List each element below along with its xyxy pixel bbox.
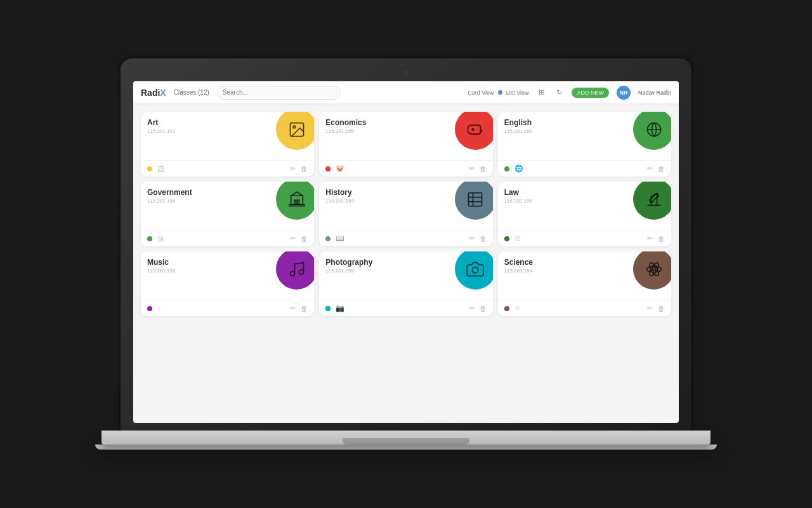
- card-view-dot[interactable]: [498, 90, 502, 95]
- card-footer-art: 🖼 ✏ 🗑: [141, 160, 314, 177]
- delete-button-government[interactable]: 🗑: [301, 235, 308, 243]
- card-text-history: History 115.281.193: [325, 188, 354, 204]
- footer-icon-history: 📖: [336, 234, 344, 243]
- card-blob-economics: [455, 112, 493, 150]
- card-subtitle-science: 115.281.194: [504, 268, 533, 274]
- card-government[interactable]: Government 115.281.198 🏛 ✏ 🗑: [141, 182, 314, 246]
- card-title-art: Art: [147, 118, 176, 127]
- screen: RadiX Classes (12) Card View List View ⊞…: [133, 81, 679, 423]
- card-text-english: English 115.281.188: [504, 118, 533, 134]
- card-economics[interactable]: Economics 115.281.195 🐷 ✏ 🗑: [319, 112, 492, 177]
- card-title-government: Government: [147, 188, 192, 197]
- user-name: Nadav Radin: [638, 90, 671, 96]
- card-top-government: Government 115.281.198: [141, 182, 314, 226]
- delete-button-science[interactable]: 🗑: [658, 305, 665, 312]
- classes-label: Classes (12): [174, 89, 209, 96]
- card-art[interactable]: Art 115.281.191 🖼 ✏ 🗑: [141, 112, 314, 177]
- laptop-bottom: [95, 444, 717, 450]
- card-title-music: Music: [147, 258, 176, 267]
- card-top-economics: Economics 115.281.195: [319, 112, 492, 156]
- card-law[interactable]: Law 115.281.196 ⚖ ✏ 🗑: [498, 182, 671, 246]
- card-blob-photography: [455, 251, 493, 290]
- card-footer-economics: 🐷 ✏ 🗑: [319, 160, 492, 177]
- delete-button-economics[interactable]: 🗑: [480, 165, 487, 173]
- edit-button-art[interactable]: ✏: [290, 164, 296, 173]
- card-blob-music: [276, 251, 314, 290]
- footer-dot-photography: [325, 306, 331, 311]
- card-history[interactable]: History 115.281.193 📖 ✏ 🗑: [319, 182, 492, 246]
- edit-button-science[interactable]: ✏: [647, 304, 653, 312]
- footer-dot-economics: [325, 166, 331, 171]
- delete-button-history[interactable]: 🗑: [480, 235, 487, 243]
- screen-bezel: RadiX Classes (12) Card View List View ⊞…: [121, 58, 691, 431]
- card-subtitle-government: 115.281.198: [147, 198, 192, 204]
- card-footer-photography: 📷 ✏ 🗑: [319, 300, 492, 316]
- card-title-economics: Economics: [325, 118, 366, 127]
- footer-icon-law: ⚖: [514, 234, 521, 243]
- card-english[interactable]: English 115.281.188 🌐 ✏ 🗑: [498, 112, 671, 177]
- edit-button-law[interactable]: ✏: [647, 234, 653, 243]
- laptop-wrapper: RadiX Classes (12) Card View List View ⊞…: [121, 58, 691, 450]
- card-text-music: Music 115.281.192: [147, 258, 176, 274]
- card-footer-english: 🌐 ✏ 🗑: [498, 160, 671, 177]
- footer-dot-art: [147, 166, 152, 171]
- camera-notch: [403, 71, 409, 76]
- svg-rect-8: [469, 192, 482, 206]
- svg-point-15: [472, 267, 478, 272]
- card-footer-government: 🏛 ✏ 🗑: [141, 230, 314, 246]
- footer-icon-economics: 🐷: [336, 164, 344, 173]
- card-subtitle-art: 115.281.191: [147, 128, 176, 134]
- edit-button-history[interactable]: ✏: [469, 234, 475, 243]
- card-footer-science: ⚛ ✏ 🗑: [498, 300, 671, 316]
- card-text-art: Art 115.281.191: [147, 118, 176, 134]
- card-footer-history: 📖 ✏ 🗑: [319, 230, 492, 246]
- edit-button-music[interactable]: ✏: [290, 304, 296, 312]
- card-blob-law: [633, 182, 671, 220]
- svg-point-17: [646, 266, 661, 272]
- card-top-art: Art 115.281.191: [141, 112, 314, 156]
- card-subtitle-economics: 115.281.195: [325, 128, 366, 134]
- avatar: NR: [617, 86, 631, 100]
- edit-button-economics[interactable]: ✏: [469, 164, 475, 173]
- edit-button-government[interactable]: ✏: [290, 234, 296, 243]
- card-subtitle-law: 115.281.196: [504, 198, 533, 204]
- delete-button-art[interactable]: 🗑: [301, 165, 308, 173]
- refresh-icon[interactable]: ↻: [554, 88, 564, 98]
- add-new-button[interactable]: ADD NEW: [572, 88, 609, 98]
- delete-button-photography[interactable]: 🗑: [480, 305, 487, 312]
- footer-icon-science: ⚛: [514, 304, 521, 312]
- cards-grid: Art 115.281.191 🖼 ✏ 🗑 Economics 115.281.…: [141, 112, 671, 316]
- edit-button-english[interactable]: ✏: [647, 164, 653, 173]
- svg-point-14: [299, 270, 303, 274]
- search-input[interactable]: [217, 86, 341, 100]
- card-top-photography: Photography 115.281.199: [319, 251, 492, 296]
- card-top-history: History 115.281.193: [319, 182, 492, 226]
- footer-dot-history: [325, 236, 331, 241]
- card-blob-science: [633, 251, 671, 290]
- app: RadiX Classes (12) Card View List View ⊞…: [133, 81, 679, 423]
- image-icon[interactable]: ⊞: [536, 88, 546, 98]
- svg-point-13: [290, 271, 294, 276]
- card-title-english: English: [504, 118, 533, 127]
- delete-button-english[interactable]: 🗑: [658, 165, 665, 173]
- grid-container: Art 115.281.191 🖼 ✏ 🗑 Economics 115.281.…: [133, 104, 679, 423]
- svg-point-2: [472, 129, 473, 130]
- card-title-science: Science: [504, 258, 533, 267]
- card-photography[interactable]: Photography 115.281.199 📷 ✏ 🗑: [319, 251, 492, 316]
- card-subtitle-music: 115.281.192: [147, 268, 176, 274]
- card-music[interactable]: Music 115.281.192 ♪ ✏ 🗑: [141, 251, 314, 316]
- card-science[interactable]: Science 115.281.194 ⚛ ✏ 🗑: [498, 251, 671, 316]
- card-text-science: Science 115.281.194: [504, 258, 533, 274]
- footer-icon-music: ♪: [157, 305, 161, 312]
- logo: RadiX: [141, 88, 166, 98]
- card-text-photography: Photography 115.281.199: [325, 258, 372, 274]
- card-title-history: History: [325, 188, 354, 197]
- list-view-label: List View: [506, 90, 529, 96]
- edit-button-photography[interactable]: ✏: [469, 304, 475, 312]
- footer-dot-government: [147, 236, 152, 241]
- delete-button-law[interactable]: 🗑: [658, 235, 665, 243]
- delete-button-music[interactable]: 🗑: [301, 305, 308, 312]
- card-blob-english: [633, 112, 671, 150]
- card-title-photography: Photography: [325, 258, 372, 267]
- footer-dot-music: [147, 306, 152, 311]
